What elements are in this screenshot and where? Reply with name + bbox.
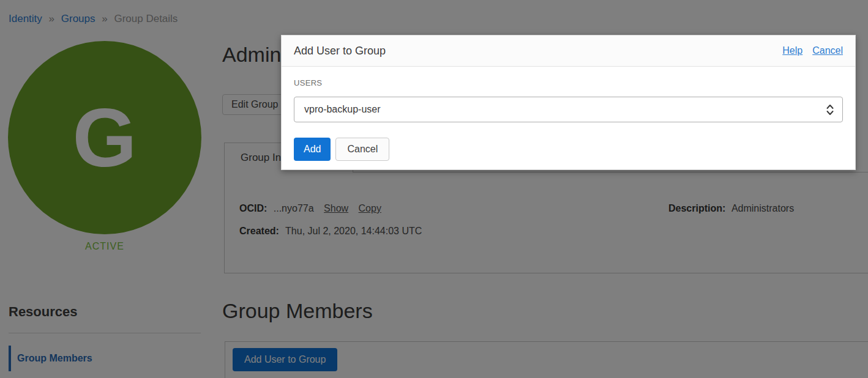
- modal-cancel-link[interactable]: Cancel: [812, 45, 843, 56]
- users-field-label: USERS: [294, 79, 843, 87]
- modal-title: Add User to Group: [294, 45, 386, 57]
- cancel-button[interactable]: Cancel: [335, 138, 389, 161]
- add-user-modal: Add User to Group Help Cancel USERS vpro…: [281, 35, 856, 170]
- add-button[interactable]: Add: [294, 138, 331, 161]
- modal-header: Add User to Group Help Cancel: [282, 35, 855, 67]
- users-select[interactable]: vpro-backup-user: [294, 97, 843, 122]
- help-link[interactable]: Help: [782, 45, 803, 56]
- select-updown-icon: [826, 104, 834, 116]
- users-select-value: vpro-backup-user: [304, 104, 381, 115]
- modal-body: USERS vpro-backup-user Add Cancel: [282, 67, 855, 173]
- modal-actions: Add Cancel: [294, 138, 843, 161]
